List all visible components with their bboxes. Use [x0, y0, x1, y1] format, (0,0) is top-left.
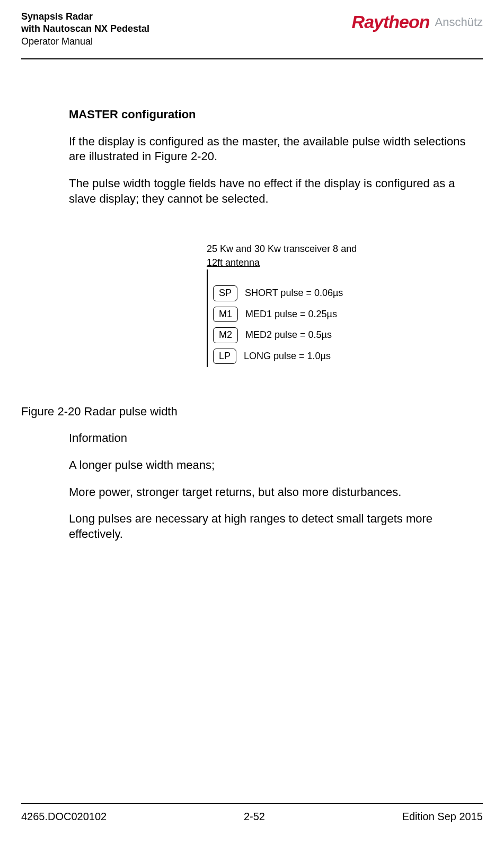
info-p1: A longer pulse width means;: [69, 458, 483, 473]
pulse-code-sp: SP: [213, 285, 237, 301]
pulse-row-m2: M2 MED2 pulse = 0.5µs: [213, 327, 344, 343]
brand-block: Raytheon Anschütz: [352, 12, 483, 32]
paragraph-1: If the display is configured as the mast…: [69, 134, 483, 164]
diagram-bracket: SP SHORT pulse = 0.06µs M1 MED1 pulse = …: [207, 269, 344, 367]
pulse-code-m2: M2: [213, 327, 238, 343]
info-heading: Information: [69, 431, 483, 446]
pulse-width-diagram: 25 Kw and 30 Kw transceiver 8 and 12ft a…: [207, 243, 483, 367]
information-block: Information A longer pulse width means; …: [69, 431, 483, 542]
pulse-row-lp: LP LONG pulse = 1.0µs: [213, 349, 344, 364]
footer-doc-id: 4265.DOC020102: [21, 811, 107, 823]
doc-line2: with Nautoscan NX Pedestal: [21, 23, 149, 35]
pulse-desc-m1: MED1 pulse = 0.25µs: [245, 308, 337, 320]
pulse-row-sp: SP SHORT pulse = 0.06µs: [213, 285, 344, 301]
figure-caption: Figure 2-20 Radar pulse width: [21, 404, 483, 420]
pulse-code-m1: M1: [213, 307, 238, 322]
footer-edition: Edition Sep 2015: [402, 811, 483, 823]
page-header: Synapsis Radar with Nautoscan NX Pedesta…: [21, 11, 483, 59]
anschutz-logo: Anschütz: [435, 15, 483, 29]
section-title: MASTER configuration: [69, 107, 483, 123]
raytheon-logo: Raytheon: [352, 12, 430, 32]
pulse-desc-m2: MED2 pulse = 0.5µs: [245, 329, 332, 341]
diagram-title-line2: 12ft antenna: [207, 257, 329, 269]
pulse-desc-sp: SHORT pulse = 0.06µs: [245, 287, 343, 299]
pulse-row-m1: M1 MED1 pulse = 0.25µs: [213, 307, 344, 322]
pulse-code-lp: LP: [213, 349, 236, 364]
info-p2: More power, stronger target returns, but…: [69, 485, 483, 500]
body-content: MASTER configuration If the display is c…: [21, 65, 483, 542]
page-footer: 4265.DOC020102 2-52 Edition Sep 2015: [21, 803, 483, 823]
doc-line1: Synapsis Radar: [21, 11, 149, 23]
doc-title-block: Synapsis Radar with Nautoscan NX Pedesta…: [21, 11, 149, 48]
doc-line3: Operator Manual: [21, 36, 149, 48]
pulse-desc-lp: LONG pulse = 1.0µs: [244, 350, 331, 362]
footer-page-num: 2-52: [244, 811, 265, 823]
info-p3: Long pulses are necessary at high ranges…: [69, 511, 483, 542]
diagram-title-line1: 25 Kw and 30 Kw transceiver 8 and: [207, 243, 483, 255]
paragraph-2: The pulse width toggle fields have no ef…: [69, 176, 483, 206]
